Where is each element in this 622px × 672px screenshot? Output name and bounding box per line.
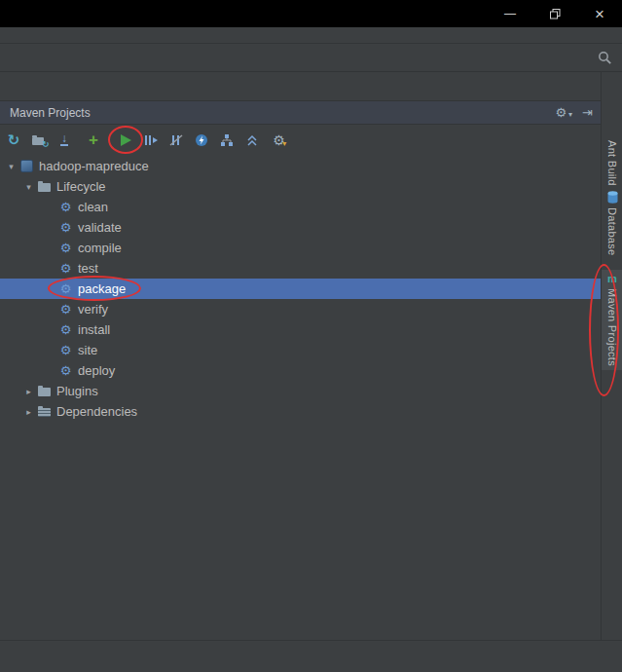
tree-item-label: Lifecycle	[56, 179, 106, 194]
panel-header-icons: ⚙ ▾ ⇥	[555, 106, 593, 119]
tree-item-deploy[interactable]: ⚙ deploy	[0, 360, 601, 381]
collapse-arrow-icon[interactable]: ▸	[21, 387, 36, 396]
maven-project-icon	[18, 160, 35, 172]
tree-item-site[interactable]: ⚙ site	[0, 340, 601, 360]
tree-item-label: validate	[78, 220, 122, 235]
show-dependencies-button[interactable]	[214, 128, 239, 153]
tree-item-plugins[interactable]: ▸ Plugins	[0, 381, 601, 401]
navigation-bar-strip	[0, 44, 622, 72]
maven-goal-icon: ⚙	[57, 262, 74, 276]
dependencies-folder-icon	[36, 406, 53, 417]
tab-label: Maven Projects	[606, 288, 618, 366]
tab-ant-build[interactable]: Ant Build	[602, 140, 622, 186]
minimize-icon: —	[504, 8, 516, 19]
tab-maven-projects[interactable]: m Maven Projects	[602, 270, 622, 370]
tree-item-label: verify	[78, 302, 108, 317]
add-maven-project-button[interactable]: +	[81, 128, 106, 153]
application-window: — ×	[0, 0, 622, 672]
search-icon	[598, 51, 612, 65]
right-tool-window-bar: Ant Build Database m Maven Projects	[601, 72, 622, 640]
toggle-offline-button[interactable]	[189, 128, 214, 153]
toggle-skip-tests-icon	[169, 133, 183, 147]
tree-item-package[interactable]: ⚙ package	[0, 279, 601, 299]
collapse-all-icon	[245, 133, 259, 147]
maven-toolbar: ↻ ↻ ↓ +	[0, 125, 601, 155]
sync-overlay-icon: ↻	[42, 140, 50, 149]
tree-item-dependencies[interactable]: ▸ Dependencies	[0, 401, 601, 422]
run-build-button[interactable]	[113, 128, 138, 153]
expand-arrow-icon[interactable]: ▾	[21, 182, 36, 192]
generate-sources-icon: ↻	[32, 133, 47, 146]
search-button[interactable]	[595, 48, 614, 67]
panel-header: Maven Projects ⚙ ▾ ⇥	[0, 100, 601, 125]
tab-label: Database	[606, 207, 618, 256]
generate-sources-button[interactable]: ↻	[26, 128, 52, 153]
lifecycle-folder-icon	[36, 181, 53, 192]
tree-item-label: test	[78, 261, 98, 276]
tree-item-label: Dependencies	[56, 404, 137, 419]
hide-panel-icon[interactable]: ⇥	[582, 106, 593, 119]
tree-item-compile[interactable]: ⚙ compile	[0, 238, 601, 258]
tree-item-label: hadoop-mapreduce	[39, 159, 149, 173]
tree-item-label: site	[78, 343, 97, 357]
tree-item-label: compile	[78, 241, 122, 255]
maven-goal-icon: ⚙	[57, 344, 74, 357]
settings-gear-icon[interactable]: ⚙	[555, 106, 567, 119]
tree-item-validate[interactable]: ⚙ validate	[0, 217, 601, 238]
plugins-folder-icon	[36, 386, 53, 396]
tree-item-label: package	[78, 281, 126, 296]
status-bar	[0, 640, 622, 672]
tree-item-verify[interactable]: ⚙ verify	[0, 299, 601, 319]
download-sources-icon: ↓	[60, 133, 68, 146]
database-icon	[607, 191, 618, 204]
maven-settings-button[interactable]: ⚙ ▼	[270, 128, 295, 153]
tab-label: Ant Build	[606, 140, 618, 186]
filter-funnel-icon: ▼	[281, 140, 288, 147]
execute-goal-icon	[144, 133, 158, 147]
collapse-all-button[interactable]	[239, 128, 265, 153]
tree-item-label: install	[78, 322, 110, 337]
close-button[interactable]: ×	[577, 0, 622, 27]
toggle-skip-tests-button[interactable]	[164, 128, 189, 153]
reimport-icon: ↻	[8, 132, 20, 147]
collapse-arrow-icon[interactable]: ▸	[21, 407, 36, 417]
tab-database[interactable]: Database	[602, 191, 622, 256]
tree-item-hadoop-mapreduce[interactable]: ▾ hadoop-mapreduce	[0, 156, 601, 176]
tree-item-test[interactable]: ⚙ test	[0, 258, 601, 279]
run-build-icon	[121, 134, 131, 146]
maven-icon: m	[607, 274, 617, 284]
maven-goal-icon: ⚙	[57, 221, 74, 235]
tree-item-clean[interactable]: ⚙ clean	[0, 197, 601, 217]
tree-item-lifecycle[interactable]: ▾ Lifecycle	[0, 176, 601, 197]
workspace: Maven Projects ⚙ ▾ ⇥ ↻ ↻	[0, 72, 622, 672]
close-icon: ×	[595, 6, 604, 22]
tree-item-install[interactable]: ⚙ install	[0, 319, 601, 340]
download-sources-button[interactable]: ↓	[52, 128, 77, 153]
tree-item-label: clean	[78, 200, 108, 214]
maven-goal-icon: ⚙	[57, 282, 74, 296]
maven-goal-icon: ⚙	[57, 201, 74, 214]
add-maven-project-icon: +	[89, 132, 98, 148]
maven-tree: ▾ hadoop-mapreduce ▾ Lifecycle ⚙ clean ⚙…	[0, 155, 601, 640]
maven-projects-panel: Maven Projects ⚙ ▾ ⇥ ↻ ↻	[0, 100, 601, 640]
toggle-offline-icon	[195, 133, 208, 147]
reimport-button[interactable]: ↻	[1, 128, 26, 153]
show-dependencies-icon	[220, 133, 234, 147]
tree-item-label: deploy	[78, 363, 115, 378]
expand-arrow-icon[interactable]: ▾	[4, 162, 18, 171]
title-bar: — ×	[0, 0, 622, 27]
menu-bar-strip	[0, 27, 622, 44]
maven-goal-icon: ⚙	[57, 242, 74, 255]
execute-goal-button[interactable]	[138, 128, 164, 153]
maven-goal-icon: ⚙	[57, 364, 74, 378]
maven-goal-icon: ⚙	[57, 303, 74, 317]
panel-title: Maven Projects	[10, 106, 555, 120]
restore-button[interactable]	[532, 0, 577, 27]
minimize-button[interactable]: —	[488, 0, 532, 27]
restore-icon	[550, 9, 561, 19]
tree-item-label: Plugins	[56, 384, 98, 398]
maven-goal-icon: ⚙	[57, 323, 74, 337]
dropdown-arrow-icon[interactable]: ▾	[568, 110, 572, 119]
